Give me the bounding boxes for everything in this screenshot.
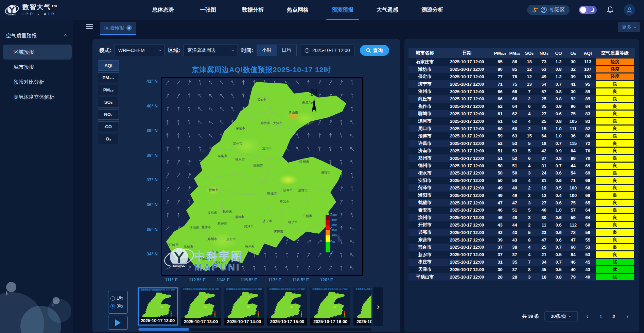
next-page-button[interactable]: › [623,313,631,320]
table-row[interactable]: 邢台市2025-10-17 12:0037384250.76053良 [408,244,635,251]
pollutant-button-1[interactable]: PM₂.₅ [98,72,119,83]
table-row[interactable]: 济宁市2025-10-17 12:00717513540.74195良 [408,80,635,88]
forecast-thumbnail-5[interactable]: 京津冀周边AQI数值预报2025-10-17 12时 2025-10-17 17… [353,287,371,326]
forecast-thumbnail-4[interactable]: 京津冀周边AQI数值预报2025-10-17 12时 2025-10-17 16… [310,287,350,326]
table-row[interactable]: 焦作市2025-10-17 12:0062646350.99684良 [408,103,635,110]
nav-item-2[interactable]: 数据分析 [230,0,275,20]
table-cell: 2025-10-17 12:00 [441,200,493,205]
table-row[interactable]: 聊城市2025-10-17 12:0061624270.67583良 [408,110,635,118]
notification-bell-icon[interactable] [606,6,614,14]
table-row[interactable]: 商丘市2025-10-17 12:0066662250.89289良 [408,95,635,103]
table-row[interactable]: 濮阳市2025-10-17 12:0049492130.410068良 [408,192,635,199]
table-cell: 40 [537,207,551,213]
nav-item-5[interactable]: 大气遥感 [365,0,410,20]
speed-option-1[interactable]: 3秒 [110,303,125,309]
table-row[interactable]: 枣庄市2025-10-17 12:0031357340.74645优 [408,259,635,266]
query-button[interactable]: 查询 [360,45,389,56]
svg-text:潍坊市: 潍坊市 [321,170,331,174]
table-row[interactable]: 新乡市2025-10-17 12:0037374210.58453良 [408,251,635,259]
prev-page-button[interactable]: ‹ [583,313,591,320]
forecast-thumbnail-2[interactable]: 京津冀周边AQI数值预报2025-10-17 12时 2025-10-17 14… [224,287,264,326]
table-cell: 59 [493,133,507,138]
sidebar-item-2[interactable]: 预报对比分析 [0,74,73,89]
table-row[interactable]: 沧州市2025-10-17 12:0066667570.83089良 [408,88,635,95]
mode-select[interactable]: WRF-CHEM [115,45,165,56]
more-button[interactable]: 更多 [618,22,640,32]
table-row[interactable]: 鹤壁市2025-10-17 12:0047473270.67565良 [408,199,635,206]
table-row[interactable]: 漯河市2025-10-17 12:0061624250.810583良 [408,117,635,125]
table-row[interactable]: 许昌市2025-10-17 12:0052535180.711572良 [408,140,635,147]
pollutant-button-3[interactable]: SO₂ [98,97,119,107]
speed-option-0[interactable]: 1秒 [110,295,125,301]
table-cell: 70 [580,148,595,153]
table-row[interactable]: 滨州市2025-10-17 12:0046483300.65964良 [408,214,635,221]
pollutant-button-5[interactable]: CO [98,121,119,132]
forecast-thumbnail-1[interactable]: 京津冀周边AQI数值预报2025-10-17 12时 2025-10-17 13… [181,287,221,326]
district-switch-badge[interactable]: 朝阳区 [527,5,570,15]
pollutant-button-6[interactable]: O₃ [98,134,119,144]
table-row[interactable]: 郑州市2025-10-17 12:0051526370.88970良 [408,154,635,162]
hamburger-menu-icon[interactable] [86,24,93,30]
forecast-thumbnail-0[interactable]: 京津冀周边AQI数值预报2025-10-17 12时 2025-10-17 12… [138,287,178,326]
datetime-picker[interactable]: 2025-10-17 12:00 [300,45,354,56]
page-size-select[interactable]: 30条/页 [544,311,578,321]
svg-text:枣庄市: 枣庄市 [274,230,283,233]
forecast-thumbnail-3[interactable]: 京津冀周边AQI数值预报2025-10-17 12时 2025-10-17 15… [267,287,307,326]
table-cell: 2025-10-17 12:00 [441,59,493,64]
tab-close-icon[interactable]: ✕ [126,25,132,31]
filmstrip-next-button[interactable]: › [373,287,383,326]
user-avatar[interactable] [624,4,635,16]
table-cell: 61 [493,111,507,116]
page-number-2[interactable]: 2 [610,314,618,319]
table-cell: 77 [493,74,507,79]
table-row[interactable]: 安阳市2025-10-17 12:0050504310.67169良 [408,177,635,184]
table-cell: 天津市 [408,266,441,272]
sidebar-group-air-quality-forecast[interactable]: 空气质量预报 [0,33,73,39]
table-row[interactable]: 淄博市2025-10-17 12:00596315641.03680良 [408,132,635,140]
page-number-1[interactable]: 1 [597,314,605,319]
scrollbar-thumb[interactable] [138,328,189,331]
nav-item-6[interactable]: 溯源分析 [410,0,455,20]
sidebar-item-3[interactable]: 臭氧浓度立体解析 [0,89,73,104]
region-select[interactable]: 京津冀及周边 [184,45,238,56]
thumbnail-timestamp: 2025-10-17 13:00 [181,318,221,326]
table-row[interactable]: 潍坊市2025-10-17 12:00808512630.832107轻度 [408,66,635,73]
filmstrip-scrollbar[interactable] [138,328,371,331]
table-cell: 18 [537,274,551,280]
table-row[interactable]: 东营市2025-10-17 12:0039438470.64755良 [408,236,635,244]
table-cell: 2025-10-17 12:00 [441,126,493,131]
table-cell: 60 [493,126,507,131]
lat-tick-2: 39° N [146,128,158,133]
table-row[interactable]: 天津市2025-10-17 12:0030378450.54043优 [408,266,635,273]
pollutant-button-4[interactable]: NO₂ [98,109,119,120]
play-button[interactable] [108,316,128,330]
nav-item-3[interactable]: 热点网格 [275,0,320,20]
sidebar-item-1[interactable]: 城市预报 [0,60,73,74]
theme-toggle[interactable] [579,6,597,14]
time-option-0[interactable]: 小时 [257,45,277,56]
table-row[interactable]: 菏泽市2025-10-17 12:0049492190.510068良 [408,184,635,192]
table-cell: 80 [580,133,595,138]
table-row[interactable]: 德州市2025-10-17 12:0050514310.74469良 [408,162,635,169]
svg-text:商丘市: 商丘市 [245,245,255,249]
table-row[interactable]: 衡水市2025-10-17 12:0050503240.65469良 [408,169,635,177]
tab-region-forecast[interactable]: 区域预报 ✕ [100,22,136,35]
table-row[interactable]: 邯郸市2025-10-17 12:0042435230.67859良 [408,229,635,236]
time-option-1[interactable]: 日均 [277,45,296,56]
pollutant-button-0[interactable]: AQI [98,60,119,71]
pollutant-button-2[interactable]: PM₁₀ [98,85,119,95]
table-row[interactable]: 石家庄市2025-10-17 12:00858618731.230113轻度 [408,58,635,66]
nav-item-0[interactable]: 总体态势 [141,0,186,20]
table-row[interactable]: 平顶山市2025-10-17 12:0028283180.87940优 [408,273,635,281]
table-row[interactable]: 保定市2025-10-17 12:00777812491.239103轻度 [408,73,635,81]
table-row[interactable]: 济南市2025-10-17 12:0051535420.96470良 [408,147,635,155]
table-cell: 泰安市 [408,207,441,213]
table-row[interactable]: 开封市2025-10-17 12:0043442110.611260良 [408,221,635,229]
table-row[interactable]: 泰安市2025-10-17 12:0046515401.05764良 [408,206,635,214]
nav-item-1[interactable]: 一张图 [186,0,230,20]
nav-item-4[interactable]: 预测预报 [320,0,365,20]
table-cell: 57 [566,207,580,213]
table-row[interactable]: 周口市2025-10-17 12:0060602151.011182良 [408,125,635,132]
sidebar-item-0[interactable]: 区域预报 [3,45,72,60]
table-cell: 59 [580,230,595,235]
